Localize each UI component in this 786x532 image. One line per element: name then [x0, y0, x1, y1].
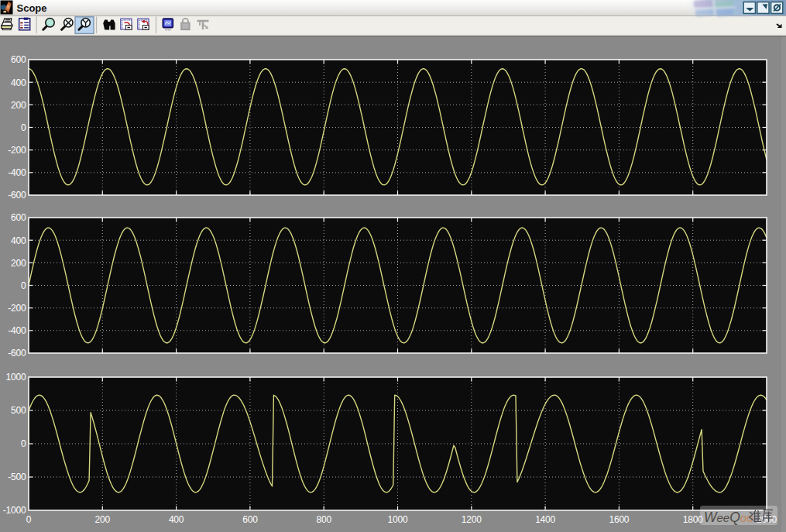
svg-text:200: 200: [95, 514, 111, 525]
svg-text:600: 600: [242, 514, 258, 525]
svg-text:-200: -200: [8, 145, 26, 156]
svg-text:500: 500: [11, 405, 26, 416]
svg-text:400: 400: [11, 235, 26, 246]
svg-text:-500: -500: [8, 472, 26, 482]
svg-text:-1000: -1000: [3, 505, 26, 516]
svg-text:0: 0: [26, 514, 32, 525]
svg-text:0: 0: [21, 122, 26, 133]
svg-text:1000: 1000: [388, 514, 408, 525]
svg-text:-400: -400: [8, 325, 26, 336]
svg-text:-400: -400: [8, 167, 26, 178]
svg-text:400: 400: [169, 514, 184, 525]
svg-text:200: 200: [11, 258, 26, 269]
svg-text:1800: 1800: [683, 514, 703, 525]
svg-text:1400: 1400: [535, 514, 555, 525]
svg-text:600: 600: [11, 212, 26, 223]
svg-text:800: 800: [316, 514, 331, 525]
svg-text:200: 200: [11, 100, 26, 111]
svg-text:400: 400: [11, 77, 26, 88]
svg-text:600: 600: [11, 54, 26, 65]
svg-text:1200: 1200: [462, 514, 482, 525]
svg-text:1600: 1600: [609, 514, 629, 525]
svg-text:1000: 1000: [6, 372, 26, 383]
svg-text:0: 0: [21, 438, 26, 449]
svg-text:-600: -600: [8, 190, 26, 201]
svg-text:-600: -600: [8, 348, 26, 359]
svg-text:Scope: Scope: [17, 2, 47, 14]
svg-text:WeeQoo: WeeQoo: [704, 510, 753, 525]
svg-text:-200: -200: [8, 303, 26, 314]
svg-text:0: 0: [21, 280, 26, 291]
